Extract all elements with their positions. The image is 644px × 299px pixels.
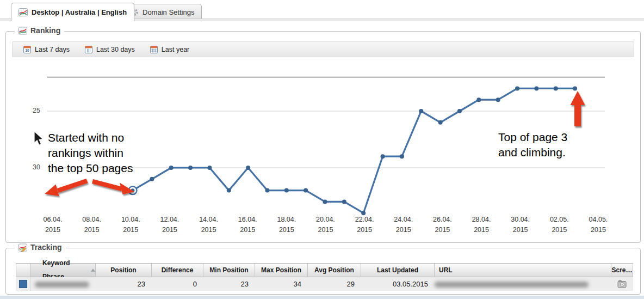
tracking-edit-icon xyxy=(18,243,27,252)
sort-ascending-icon xyxy=(91,269,95,272)
y-axis-tick: 25 xyxy=(26,107,40,114)
series-color-swatch xyxy=(19,280,27,288)
calendar-7-icon: 10 xyxy=(23,45,31,53)
data-point[interactable] xyxy=(457,109,462,113)
url-cell xyxy=(435,277,611,291)
ranking-chart-icon xyxy=(18,27,27,35)
column-header-screenshot[interactable]: Scre… xyxy=(611,263,633,277)
svg-text:10: 10 xyxy=(25,48,29,52)
x-axis-tick: 18.04.2015 xyxy=(267,215,306,235)
last-7-days-button[interactable]: 10 Last 7 days xyxy=(16,42,77,57)
window-bottom-strip xyxy=(0,296,644,299)
column-header-min-position[interactable]: Min Position xyxy=(203,263,255,277)
toolbar-button-label: Last 7 days xyxy=(35,46,70,53)
blurred-keyword xyxy=(35,282,89,288)
panel-title: Tracking xyxy=(30,243,62,252)
tracking-panel: Tracking Keyword Phrase Position Differe… xyxy=(5,248,641,295)
x-axis-tick: 02.05.2015 xyxy=(540,215,579,235)
x-axis-tick: 14.04.2015 xyxy=(189,215,228,235)
data-point[interactable] xyxy=(265,188,269,193)
data-point[interactable] xyxy=(419,109,423,113)
data-point[interactable] xyxy=(188,166,193,170)
data-point[interactable] xyxy=(131,188,135,192)
max-position-cell: 34 xyxy=(255,277,308,291)
column-header-avg-position[interactable]: Avg Position xyxy=(308,263,361,277)
data-point[interactable] xyxy=(169,166,174,170)
data-point[interactable] xyxy=(361,211,366,215)
data-point[interactable] xyxy=(323,199,327,204)
table-header-row: Keyword Phrase Position Difference Min P… xyxy=(16,263,633,277)
x-axis-tick: 04.05.2015 xyxy=(579,215,618,235)
tracking-table: Keyword Phrase Position Difference Min P… xyxy=(16,263,633,291)
data-point[interactable] xyxy=(304,188,308,193)
annotation-right: Top of page 3 and climbing. xyxy=(498,130,567,160)
x-axis-tick: 24.04.2015 xyxy=(384,215,423,235)
data-point[interactable] xyxy=(284,188,289,193)
last-updated-cell: 03.05.2015 xyxy=(361,277,435,291)
chart-lines-icon xyxy=(18,8,28,16)
data-point[interactable] xyxy=(515,86,519,90)
min-position-cell: 23 xyxy=(203,277,255,291)
position-cell: 23 xyxy=(96,277,152,291)
data-point[interactable] xyxy=(342,199,346,204)
column-header-url[interactable]: URL xyxy=(435,263,611,277)
x-axis-tick: 30.04.2015 xyxy=(501,215,540,235)
date-range-toolbar: 10 Last 7 days Last 30 days Last year xyxy=(12,41,634,57)
table-row[interactable]: 23 0 23 34 29 03.05.2015 xyxy=(16,277,633,291)
last-30-days-button[interactable]: Last 30 days xyxy=(77,42,143,57)
last-year-button[interactable]: Last year xyxy=(143,42,197,57)
data-point[interactable] xyxy=(150,177,154,181)
x-axis-tick: 10.04.2015 xyxy=(111,215,150,235)
data-point[interactable] xyxy=(573,86,577,90)
calendar-year-icon xyxy=(150,45,158,53)
data-point[interactable] xyxy=(438,120,443,125)
column-header-position[interactable]: Position xyxy=(96,263,152,277)
data-point[interactable] xyxy=(400,154,404,158)
calendar-30-icon xyxy=(85,45,92,53)
y-axis-tick: 30 xyxy=(26,163,40,171)
data-point[interactable] xyxy=(381,154,385,158)
column-header-select[interactable] xyxy=(16,263,30,277)
tab-desktop-australia-english[interactable]: Desktop | Australia | English xyxy=(11,3,134,21)
ranking-legend: Ranking xyxy=(15,26,64,35)
camera-icon[interactable] xyxy=(617,280,627,288)
screenshot-cell xyxy=(611,277,633,291)
data-point[interactable] xyxy=(227,188,231,193)
column-header-last-updated[interactable]: Last Updated xyxy=(361,263,435,277)
series-swatch-cell xyxy=(16,277,30,291)
difference-cell: 0 xyxy=(152,277,203,291)
data-point[interactable] xyxy=(476,97,481,102)
data-point[interactable] xyxy=(246,166,250,170)
x-axis-tick: 20.04.2015 xyxy=(306,215,345,235)
avg-position-cell: 29 xyxy=(308,277,361,291)
blurred-url xyxy=(435,282,589,288)
column-header-max-position[interactable]: Max Position xyxy=(255,263,308,277)
data-point[interactable] xyxy=(554,86,558,90)
x-axis-tick: 22.04.2015 xyxy=(345,215,384,235)
annotation-left: Started with no rankings within the top … xyxy=(48,130,133,176)
x-axis-tick: 12.04.2015 xyxy=(150,215,189,235)
tracking-legend: Tracking xyxy=(15,243,66,252)
tab-label: Desktop | Australia | English xyxy=(32,8,127,16)
column-header-difference[interactable]: Difference xyxy=(152,263,203,277)
x-axis-tick: 16.04.2015 xyxy=(228,215,267,235)
x-axis-tick: 28.04.2015 xyxy=(462,215,501,235)
x-axis-tick: 06.04.2015 xyxy=(33,215,72,235)
panel-title: Ranking xyxy=(30,26,60,35)
x-axis-tick: 08.04.2015 xyxy=(72,215,112,235)
x-axis-tick: 26.04.2015 xyxy=(423,215,462,235)
data-point[interactable] xyxy=(207,166,212,170)
data-point[interactable] xyxy=(534,86,538,90)
tab-domain-settings[interactable]: Domain Settings xyxy=(123,4,202,20)
keyword-cell xyxy=(30,277,96,291)
tab-label: Domain Settings xyxy=(143,8,194,16)
data-point[interactable] xyxy=(496,97,500,102)
toolbar-button-label: Last 30 days xyxy=(96,46,135,53)
column-header-keyword-phrase[interactable]: Keyword Phrase xyxy=(30,263,96,277)
toolbar-button-label: Last year xyxy=(162,46,189,53)
